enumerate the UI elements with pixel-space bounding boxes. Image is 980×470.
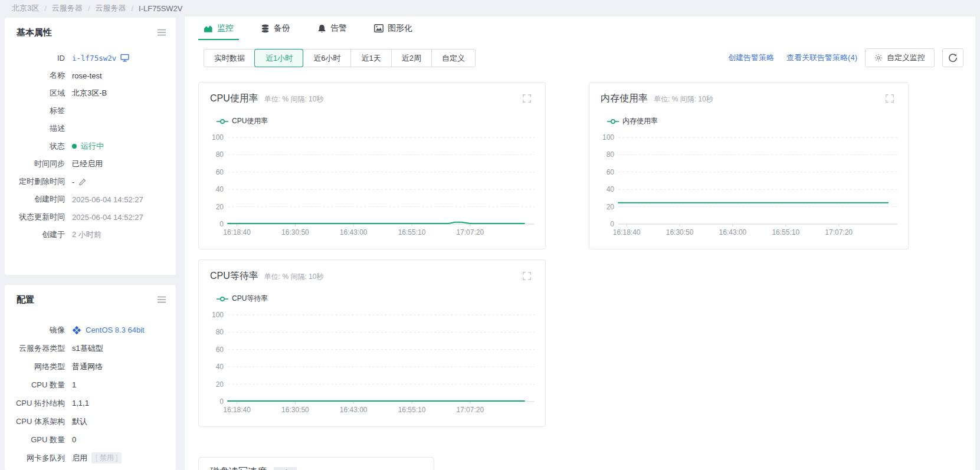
disable-button[interactable]: 禁用 (91, 452, 122, 464)
range-button[interactable]: 实时数据 (204, 50, 255, 67)
range-button[interactable]: 近2周 (391, 50, 431, 67)
status-badge: 运行中 (81, 141, 104, 152)
svg-text:16:18:40: 16:18:40 (223, 406, 251, 414)
main-panel: 监控备份告警图形化 实时数据近1小时近6小时近1天近2周自定义 创建告警策略查看… (185, 17, 975, 470)
svg-text:20: 20 (607, 203, 615, 211)
range-button[interactable]: 近6小时 (303, 50, 350, 67)
field-value: 2 小时前 (72, 229, 101, 240)
chart-subtitle: 单位: % 间隔: 10秒 (264, 94, 324, 104)
refresh-icon (948, 53, 958, 63)
database-icon (261, 24, 270, 33)
tab-告警[interactable]: 告警 (317, 17, 347, 40)
console-icon[interactable] (120, 54, 129, 62)
tab-label: 监控 (217, 23, 234, 34)
field-label: 创建时间 (5, 194, 65, 205)
config-panel-title: 配置 (17, 294, 34, 305)
edit-icon[interactable] (78, 178, 86, 186)
legend-label: 内存使用率 (622, 116, 658, 126)
chart-plot: 02040608010016:18:4016:30:5016:43:0016:5… (596, 130, 902, 242)
svg-text:16:43:00: 16:43:00 (340, 228, 368, 236)
tab-label: 备份 (274, 23, 290, 34)
field-label: CPU 拓扑结构 (5, 398, 65, 409)
field-value: 2025-06-04 14:52:27 (72, 213, 143, 222)
svg-text:17:07:20: 17:07:20 (456, 406, 484, 414)
breadcrumb: 北京3区/云服务器/云服务器/I-LF75SW2V (12, 0, 183, 17)
field-row: CPU 拓扑结构1,1,1 (5, 394, 176, 412)
configuration-panel: 配置 镜像CentOS 8.3 64bit云服务器类型s1基础型网络类型普通网络… (5, 285, 176, 470)
field-label: 状态 (5, 141, 65, 152)
tab-label: 告警 (330, 23, 347, 34)
alarm-policy-link[interactable]: 创建告警策略 (728, 52, 774, 63)
chart-legend-item[interactable]: 内存使用率 (607, 116, 658, 126)
expand-icon[interactable] (523, 94, 531, 103)
field-label: CPU 体系架构 (5, 416, 65, 427)
range-button[interactable]: 近1小时 (255, 50, 303, 67)
svg-text:60: 60 (216, 168, 224, 176)
field-label: 标签 (5, 106, 65, 116)
range-button[interactable]: 自定义 (431, 50, 475, 67)
field-value: 1 (72, 380, 76, 389)
legend-label: CPU等待率 (232, 294, 268, 304)
line-marker-icon (217, 119, 228, 124)
svg-text:60: 60 (607, 168, 615, 176)
breadcrumb-item[interactable]: 云服务器 (52, 3, 83, 14)
field-row: GPU 数量0 (5, 430, 176, 449)
svg-text:16:55:10: 16:55:10 (772, 228, 799, 236)
legend-label: CPU使用率 (232, 116, 268, 126)
device-badge[interactable]: vda (274, 467, 297, 470)
field-label: 时间同步 (5, 159, 65, 169)
field-value: 已经启用 (72, 159, 103, 169)
field-row: 描述 (5, 120, 176, 137)
chart-title: 内存使用率 (601, 93, 648, 105)
field-row: 时间同步已经启用 (5, 155, 176, 173)
field-label: 镜像 (5, 325, 65, 336)
bell-icon (317, 24, 326, 33)
svg-text:80: 80 (216, 328, 224, 336)
svg-text:40: 40 (607, 185, 615, 193)
page: { "breadcrumb": { "items": ["北京3区", "云服务… (0, 0, 980, 470)
basic-panel-title: 基本属性 (17, 27, 52, 38)
field-row: 名称rose-test (5, 67, 176, 84)
expand-icon[interactable] (523, 272, 531, 280)
expand-icon[interactable] (886, 94, 894, 103)
svg-text:16:30:50: 16:30:50 (281, 406, 309, 414)
svg-text:16:18:40: 16:18:40 (223, 228, 251, 236)
status-dot (72, 144, 77, 149)
chart-legend-item[interactable]: CPU等待率 (217, 294, 268, 304)
menu-icon[interactable] (157, 296, 166, 303)
field-row: 状态运行中 (5, 137, 176, 155)
field-value: 默认 (72, 416, 87, 427)
refresh-button[interactable] (942, 48, 963, 67)
field-row: 网络类型普通网络 (5, 357, 176, 376)
chart-card-partial: 磁盘读写速度 vda (198, 457, 434, 470)
svg-text:60: 60 (216, 346, 224, 354)
chart-title: CPU等待率 (210, 270, 258, 282)
tab-监控[interactable]: 监控 (204, 17, 234, 40)
menu-icon[interactable] (157, 29, 166, 36)
chart-legend-item[interactable]: CPU使用率 (217, 116, 268, 126)
tab-备份[interactable]: 备份 (261, 17, 290, 40)
breadcrumb-item[interactable]: 云服务器 (95, 3, 126, 14)
svg-text:16:43:00: 16:43:00 (340, 406, 368, 414)
time-range-group: 实时数据近1小时近6小时近1天近2周自定义 (204, 49, 476, 67)
field-value: 北京3区-B (72, 88, 107, 98)
image-link[interactable]: CentOS 8.3 64bit (86, 326, 145, 334)
svg-text:17:07:20: 17:07:20 (456, 228, 484, 236)
chart-plot: 02040608010016:18:4016:30:5016:43:0016:5… (206, 130, 539, 242)
svg-text:20: 20 (216, 380, 224, 389)
chart-card-0: CPU使用率单位: % 间隔: 10秒CPU使用率02040608010016:… (198, 82, 546, 249)
field-row: CPU 体系架构默认 (5, 412, 176, 430)
tab-图形化[interactable]: 图形化 (374, 17, 412, 40)
breadcrumb-item[interactable]: 北京3区 (12, 3, 39, 14)
range-button[interactable]: 近1天 (350, 50, 391, 67)
custom-monitor-button[interactable]: 自定义监控 (865, 48, 935, 67)
alarm-policy-link[interactable]: 查看关联告警策略(4) (786, 52, 857, 63)
svg-text:100: 100 (212, 133, 224, 142)
vm-id-link[interactable]: i-lf75sw2v (72, 54, 116, 63)
field-label: 区域 (5, 88, 65, 98)
chart-subtitle: 单位: % 间隔: 10秒 (264, 272, 324, 282)
svg-text:100: 100 (602, 133, 614, 142)
svg-text:80: 80 (216, 150, 224, 159)
chart-subtitle: 单位: % 间隔: 10秒 (654, 94, 713, 104)
svg-text:20: 20 (216, 203, 224, 211)
